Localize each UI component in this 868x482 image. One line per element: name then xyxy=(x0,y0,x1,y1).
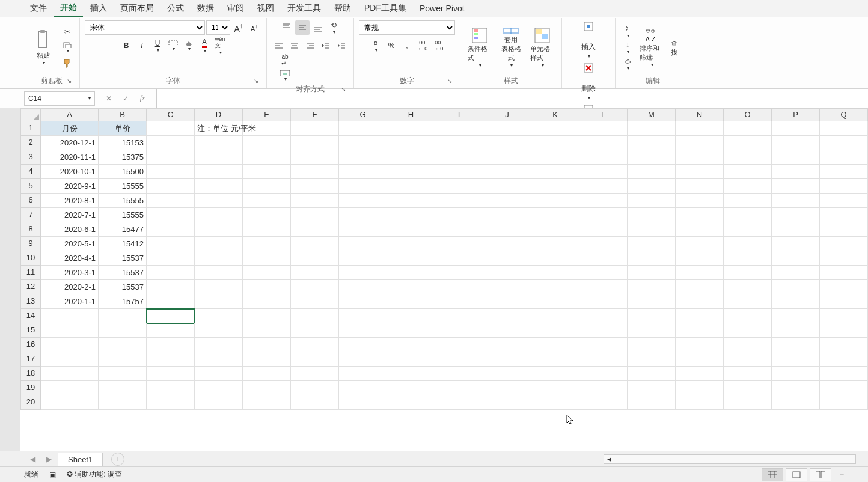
cell-O18[interactable] xyxy=(724,367,772,381)
cell-I14[interactable] xyxy=(435,309,483,323)
cell-J17[interactable] xyxy=(483,352,531,367)
cell-C12[interactable] xyxy=(147,280,195,294)
cell-E5[interactable] xyxy=(243,179,291,194)
cell-D1[interactable]: 注：单位 元/平米 xyxy=(195,121,243,136)
cell-N11[interactable] xyxy=(676,266,724,280)
cell-E8[interactable] xyxy=(243,222,291,237)
cell-H3[interactable] xyxy=(387,150,435,165)
cell-M8[interactable] xyxy=(628,222,676,237)
col-header-D[interactable]: D xyxy=(195,108,243,121)
cell-M15[interactable] xyxy=(628,323,676,338)
cell-F6[interactable] xyxy=(291,194,339,208)
cell-C3[interactable] xyxy=(147,150,195,165)
cell-M4[interactable] xyxy=(628,165,676,179)
copy-button[interactable]: ▾ xyxy=(60,40,75,55)
cell-G17[interactable] xyxy=(339,352,387,367)
cell-J18[interactable] xyxy=(483,367,531,381)
cell-H9[interactable] xyxy=(387,237,435,251)
cell-M18[interactable] xyxy=(628,367,676,381)
cell-A13[interactable]: 2020-1-1 xyxy=(41,294,99,309)
cell-A6[interactable]: 2020-8-1 xyxy=(41,194,99,208)
cell-D12[interactable] xyxy=(195,280,243,294)
row-header[interactable]: 2 xyxy=(20,136,41,150)
cell-H12[interactable] xyxy=(387,280,435,294)
comma-button[interactable]: , xyxy=(400,38,414,53)
cell-N3[interactable] xyxy=(676,150,724,165)
cell-B18[interactable] xyxy=(99,367,147,381)
cell-O1[interactable] xyxy=(724,121,772,136)
font-size-combo[interactable]: 11 xyxy=(206,20,230,35)
cell-C11[interactable] xyxy=(147,266,195,280)
cell-M2[interactable] xyxy=(628,136,676,150)
cell-Q9[interactable] xyxy=(820,237,868,251)
col-header-Q[interactable]: Q xyxy=(820,108,868,121)
cell-D9[interactable] xyxy=(195,237,243,251)
accept-formula-button[interactable]: ✓ xyxy=(119,92,132,105)
cell-G10[interactable] xyxy=(339,251,387,266)
cell-E17[interactable] xyxy=(243,352,291,367)
cell-P19[interactable] xyxy=(772,381,820,395)
paste-button[interactable]: 粘贴 ▾ xyxy=(29,26,58,69)
cell-A4[interactable]: 2020-10-1 xyxy=(41,165,99,179)
cell-C6[interactable] xyxy=(147,194,195,208)
cell-I4[interactable] xyxy=(435,165,483,179)
cell-I2[interactable] xyxy=(435,136,483,150)
bold-button[interactable]: B xyxy=(119,38,133,53)
cell-C5[interactable] xyxy=(147,179,195,194)
cell-K12[interactable] xyxy=(531,280,579,294)
row-header[interactable]: 19 xyxy=(20,381,41,395)
cell-Q15[interactable] xyxy=(820,323,868,338)
cell-O2[interactable] xyxy=(724,136,772,150)
row-header[interactable]: 12 xyxy=(20,280,41,294)
cell-J2[interactable] xyxy=(483,136,531,150)
cell-K4[interactable] xyxy=(531,165,579,179)
cell-D6[interactable] xyxy=(195,194,243,208)
cell-K20[interactable] xyxy=(531,395,579,410)
cell-E11[interactable] xyxy=(243,266,291,280)
cell-G14[interactable] xyxy=(339,309,387,323)
decrease-decimal-button[interactable]: .00→.0 xyxy=(431,38,445,53)
cell-E15[interactable] xyxy=(243,323,291,338)
cell-P6[interactable] xyxy=(772,194,820,208)
cell-D8[interactable] xyxy=(195,222,243,237)
cell-J16[interactable] xyxy=(483,338,531,352)
cell-J11[interactable] xyxy=(483,266,531,280)
italic-button[interactable]: I xyxy=(135,38,149,53)
cell-A12[interactable]: 2020-2-1 xyxy=(41,280,99,294)
align-left-button[interactable] xyxy=(272,38,286,53)
cell-B4[interactable]: 15500 xyxy=(99,165,147,179)
cell-H1[interactable] xyxy=(387,121,435,136)
cell-K14[interactable] xyxy=(531,309,579,323)
cell-H14[interactable] xyxy=(387,309,435,323)
cell-L19[interactable] xyxy=(579,381,628,395)
sort-filter-button[interactable]: AZ 排序和筛选 ▾ xyxy=(637,26,666,69)
fill-button[interactable]: ↓▾ xyxy=(620,40,635,55)
cell-E20[interactable] xyxy=(243,395,291,410)
col-header-L[interactable]: L xyxy=(579,108,628,121)
cell-C15[interactable] xyxy=(147,323,195,338)
cell-A7[interactable]: 2020-7-1 xyxy=(41,208,99,222)
cell-G3[interactable] xyxy=(339,150,387,165)
cell-N6[interactable] xyxy=(676,194,724,208)
cell-Q6[interactable] xyxy=(820,194,868,208)
cell-E2[interactable] xyxy=(243,136,291,150)
cell-N4[interactable] xyxy=(676,165,724,179)
cell-Q16[interactable] xyxy=(820,338,868,352)
cell-Q3[interactable] xyxy=(820,150,868,165)
col-header-B[interactable]: B xyxy=(99,108,147,121)
cell-G9[interactable] xyxy=(339,237,387,251)
cell-L20[interactable] xyxy=(579,395,628,410)
cell-K16[interactable] xyxy=(531,338,579,352)
cell-L12[interactable] xyxy=(579,280,628,294)
cell-Q18[interactable] xyxy=(820,367,868,381)
cell-F1[interactable] xyxy=(291,121,339,136)
cell-O3[interactable] xyxy=(724,150,772,165)
cell-M6[interactable] xyxy=(628,194,676,208)
cell-K1[interactable] xyxy=(531,121,579,136)
cell-Q19[interactable] xyxy=(820,381,868,395)
cell-F10[interactable] xyxy=(291,251,339,266)
align-middle-button[interactable] xyxy=(295,20,310,35)
cell-Q11[interactable] xyxy=(820,266,868,280)
cell-O10[interactable] xyxy=(724,251,772,266)
cell-Q7[interactable] xyxy=(820,208,868,222)
